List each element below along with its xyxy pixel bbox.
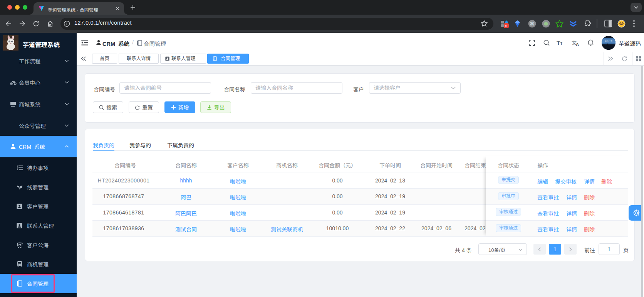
svg-text:⌘: ⌘ — [530, 21, 535, 27]
svg-text:文心一言: 文心一言 — [605, 39, 612, 42]
svg-text:6: 6 — [505, 24, 507, 28]
